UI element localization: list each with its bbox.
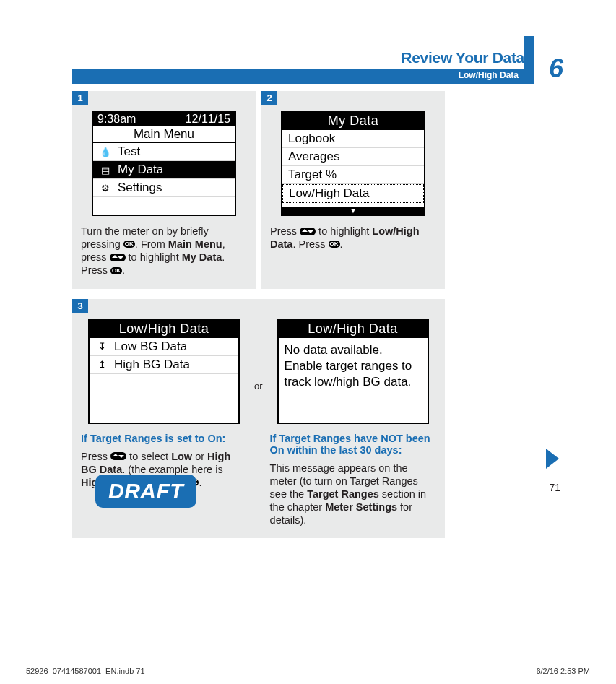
page-number: 71 [549, 482, 560, 493]
step-2-text: Press to highlight Low/High Data. Press … [270, 225, 436, 251]
lcd-row-logbook: Logbook [282, 130, 424, 148]
draft-badge: DRAFT [95, 475, 196, 508]
step-3-right: Low/High Data No data available. Enable … [270, 319, 436, 527]
down-arrow-icon: ▼ [282, 207, 424, 215]
step-number: 1 [72, 91, 88, 105]
step-number: 3 [72, 299, 88, 313]
down-arrow-icon: ↧ [95, 340, 108, 353]
lcd-row-lowhigh: Low/High Data [282, 184, 424, 203]
lcd-row-mydata: ▤My Data [93, 161, 235, 179]
footer-filename: 52926_07414587001_EN.indb 71 [26, 667, 145, 675]
page-content: Review Your Data Low/High Data 6 1 9:38a… [43, 36, 578, 538]
lcd-title: Low/High Data [279, 320, 428, 338]
gear-icon: ⚙ [99, 181, 112, 194]
lcd-row-settings: ⚙Settings [93, 179, 235, 197]
header-subtitle: Low/High Data [459, 70, 519, 80]
lcd-row-averages: Averages [282, 148, 424, 166]
lcd-title: My Data [282, 112, 424, 130]
lcd-title: Low/High Data [90, 320, 238, 338]
condition-heading-off: If Target Ranges have NOT been On within… [270, 433, 436, 456]
nav-icon [110, 452, 126, 460]
lcd-message: No data available. Enable target ranges … [279, 338, 428, 394]
condition-heading-on: If Target Ranges is set to On: [81, 433, 247, 444]
step-2: 2 My Data Logbook Averages Target % Low/… [261, 91, 445, 289]
step-number: 2 [261, 91, 277, 105]
lcd-date: 12/11/15 [186, 113, 230, 126]
lcd-row-lowbg: ↧Low BG Data [90, 338, 238, 356]
lcd-row-test: 💧Test [93, 143, 235, 161]
lcd-time: 9:38am [97, 113, 136, 126]
step-3-right-text: This message appears on the meter (to tu… [270, 462, 436, 527]
lcd-my-data: My Data Logbook Averages Target % Low/Hi… [281, 111, 425, 216]
nav-icon [110, 254, 126, 261]
lcd-title: Main Menu [93, 126, 235, 143]
lcd-row-target: Target % [282, 166, 424, 184]
section-header: Review Your Data Low/High Data 6 [43, 36, 578, 85]
ok-icon: OK [329, 241, 340, 248]
up-arrow-icon: ↥ [95, 358, 108, 371]
nav-icon [300, 228, 316, 235]
list-icon: ▤ [99, 163, 112, 176]
header-title: Review Your Data [401, 49, 524, 66]
step-3-left: Low/High Data ↧Low BG Data ↥High BG Data… [81, 319, 247, 489]
step-1: 1 9:38am 12/11/15 Main Menu 💧Test ▤My Da… [72, 91, 256, 289]
step-1-text: Turn the meter on by briefly pressing OK… [81, 225, 247, 277]
ok-icon: OK [110, 267, 122, 274]
or-label: or [254, 381, 263, 391]
lcd-row-highbg: ↥High BG Data [90, 356, 238, 374]
footer-timestamp: 6/2/16 2:53 PM [536, 667, 590, 675]
ok-icon: OK [123, 241, 135, 248]
lcd-lowhigh-menu: Low/High Data ↧Low BG Data ↥High BG Data [88, 319, 240, 424]
lcd-lowhigh-nodata: Low/High Data No data available. Enable … [277, 319, 429, 424]
chapter-marker [524, 36, 534, 84]
chapter-number: 6 [549, 53, 563, 84]
lcd-main-menu: 9:38am 12/11/15 Main Menu 💧Test ▤My Data… [92, 111, 236, 216]
continue-arrow-icon [546, 449, 559, 469]
drop-icon: 💧 [99, 145, 112, 158]
